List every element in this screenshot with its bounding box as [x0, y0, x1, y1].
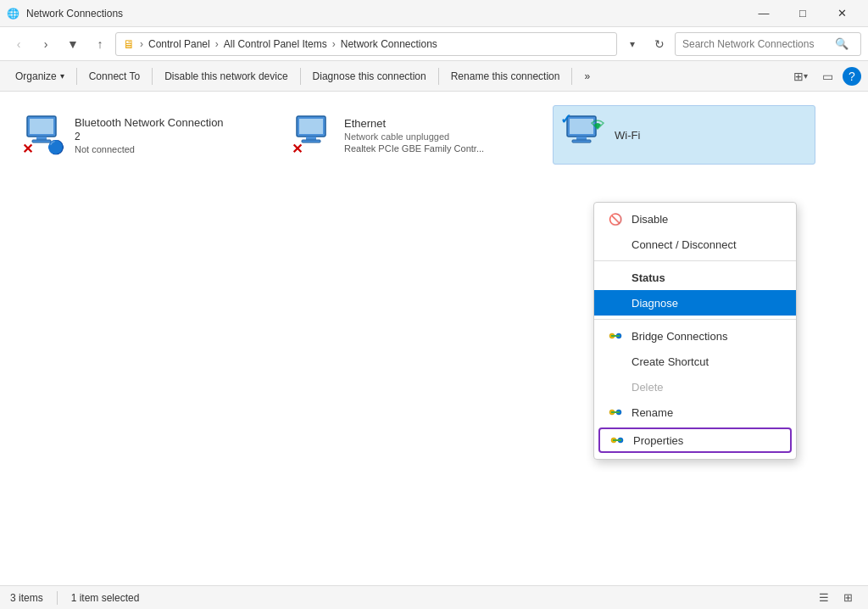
- view-options-button[interactable]: ⊞ ▾: [788, 64, 812, 88]
- toolbar-right: ⊞ ▾ ▭ ?: [788, 64, 861, 88]
- search-input[interactable]: [682, 38, 835, 50]
- hide-panel-button[interactable]: ▭: [815, 64, 839, 88]
- diagnose-connection-button[interactable]: Diagnose this connection: [304, 64, 435, 88]
- ctx-properties[interactable]: Properties: [598, 427, 792, 453]
- delete-icon: [608, 379, 623, 394]
- path-all-items[interactable]: All Control Panel Items: [224, 38, 327, 50]
- toolbar-separator-1: [76, 68, 77, 85]
- ethernet-status: Realtek PCIe GBE Family Contr...: [344, 143, 484, 154]
- address-bar: ‹ › ▼ ↑ 🖥 › Control Panel › All Control …: [0, 27, 868, 61]
- toolbar-separator-4: [438, 68, 439, 85]
- bluetooth-name-2: 2: [75, 131, 224, 142]
- ctx-delete: Delete: [594, 374, 796, 399]
- svg-rect-7: [302, 140, 320, 142]
- ethernet-icon-wrap: ✕: [293, 115, 334, 155]
- window-title: Network Connections: [26, 8, 123, 20]
- svg-rect-2: [36, 137, 47, 140]
- svg-rect-1: [30, 119, 53, 134]
- bridge-connections-icon: [609, 329, 622, 343]
- ctx-disable[interactable]: 🚫 Disable: [594, 206, 796, 232]
- rename-icon: [608, 405, 623, 420]
- svg-rect-10: [576, 137, 587, 140]
- bluetooth-connection-item[interactable]: 🔵 ✕ Bluetooth Network Connection 2 Not c…: [14, 105, 276, 165]
- hide-panel-icon: ▭: [822, 70, 833, 83]
- selected-count: 1 item selected: [71, 592, 140, 604]
- search-icon[interactable]: 🔍: [835, 37, 849, 50]
- rename-shield-icon: [609, 405, 622, 419]
- ctx-connect-disconnect[interactable]: Connect / Disconnect: [594, 232, 796, 257]
- toolbar-separator-3: [300, 68, 301, 85]
- disable-icon: 🚫: [608, 211, 623, 226]
- ctx-diagnose[interactable]: Diagnose: [594, 290, 796, 316]
- svg-rect-20: [613, 439, 621, 441]
- item-count: 3 items: [10, 592, 43, 604]
- main-content: 🔵 ✕ Bluetooth Network Connection 2 Not c…: [0, 92, 868, 585]
- list-view-button[interactable]: ☰: [814, 588, 834, 608]
- more-options-button[interactable]: »: [576, 64, 598, 88]
- ctx-separator-1: [594, 260, 796, 261]
- properties-icon: [609, 433, 625, 448]
- up-button[interactable]: ↑: [88, 32, 112, 56]
- ctx-rename[interactable]: Rename: [594, 399, 796, 425]
- wifi-bars-icon: [589, 119, 606, 132]
- connect-icon: [608, 237, 623, 252]
- rename-connection-button[interactable]: Rename this connection: [442, 64, 569, 88]
- ctx-status-label: Status: [594, 265, 796, 290]
- status-view-buttons: ☰ ⊞: [814, 588, 858, 608]
- wifi-check-icon: ✓: [560, 111, 571, 127]
- view-options-icon: ⊞: [793, 70, 804, 83]
- back-button[interactable]: ‹: [7, 32, 31, 56]
- bluetooth-x-icon: ✕: [22, 141, 33, 157]
- address-dropdown-button[interactable]: ▾: [620, 32, 644, 56]
- toolbar: Organize ▾ Connect To Disable this netwo…: [0, 61, 868, 92]
- maximize-button[interactable]: □: [783, 0, 822, 27]
- folder-icon: 🖥: [123, 37, 135, 51]
- status-separator: [57, 591, 58, 605]
- shortcut-icon: [608, 354, 623, 369]
- properties-shield-icon: [610, 433, 624, 447]
- wifi-icon-wrap: ✓: [564, 115, 604, 155]
- path-control-panel[interactable]: Control Panel: [148, 38, 210, 50]
- grid-view-button[interactable]: ⊞: [837, 588, 858, 608]
- wifi-connection-item[interactable]: ✓ Wi-Fi: [553, 105, 815, 165]
- ethernet-x-icon: ✕: [292, 141, 303, 157]
- context-menu: 🚫 Disable Connect / Disconnect Status Di…: [593, 202, 797, 460]
- diagnose-icon: [608, 295, 623, 310]
- close-button[interactable]: ✕: [822, 0, 861, 27]
- ethernet-info: Ethernet Network cable unplugged Realtek…: [344, 117, 484, 154]
- status-bar: 3 items 1 item selected ☰ ⊞: [0, 585, 868, 609]
- title-bar-left: 🌐 Network Connections: [7, 8, 123, 20]
- help-button[interactable]: ?: [843, 67, 861, 86]
- bluetooth-status: Not connected: [75, 144, 224, 154]
- minimize-button[interactable]: —: [744, 0, 783, 27]
- toolbar-separator-2: [152, 68, 153, 85]
- ctx-bridge-connections[interactable]: Bridge Connections: [594, 323, 796, 349]
- title-bar-controls: — □ ✕: [744, 0, 861, 27]
- connect-to-button[interactable]: Connect To: [81, 64, 149, 88]
- svg-rect-5: [299, 119, 323, 134]
- wifi-info: Wi-Fi: [615, 129, 640, 142]
- svg-rect-6: [306, 137, 316, 140]
- status-icon: [608, 270, 623, 285]
- title-bar: 🌐 Network Connections — □ ✕: [0, 0, 868, 27]
- bluetooth-info: Bluetooth Network Connection 2 Not conne…: [75, 116, 224, 154]
- svg-rect-14: [611, 335, 620, 337]
- bluetooth-name: Bluetooth Network Connection: [75, 116, 224, 129]
- window-icon: 🌐: [7, 8, 19, 20]
- organize-button[interactable]: Organize ▾: [7, 64, 73, 88]
- search-box[interactable]: 🔍: [675, 32, 861, 56]
- ethernet-connection-item[interactable]: ✕ Ethernet Network cable unplugged Realt…: [283, 105, 546, 165]
- ethernet-name: Ethernet: [344, 117, 484, 130]
- disable-network-button[interactable]: Disable this network device: [156, 64, 296, 88]
- refresh-button[interactable]: ↻: [648, 32, 671, 56]
- forward-button[interactable]: ›: [34, 32, 58, 56]
- help-icon: ?: [849, 70, 855, 83]
- recent-locations-button[interactable]: ▼: [61, 32, 85, 56]
- address-path: 🖥 › Control Panel › All Control Panel It…: [115, 32, 617, 56]
- bluetooth-overlay-icon: 🔵: [47, 139, 64, 155]
- svg-rect-11: [572, 140, 591, 142]
- toolbar-separator-5: [571, 68, 572, 85]
- ctx-create-shortcut[interactable]: Create Shortcut: [594, 349, 796, 374]
- bluetooth-icon-wrap: 🔵 ✕: [24, 115, 64, 155]
- path-network-connections: Network Connections: [341, 38, 437, 50]
